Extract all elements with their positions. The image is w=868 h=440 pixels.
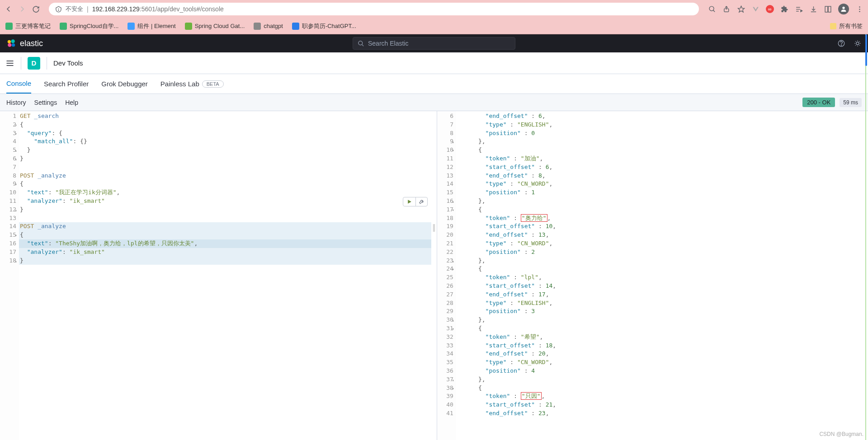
svg-point-23	[841, 45, 841, 45]
bookmark-item[interactable]: chatgpt	[254, 23, 283, 30]
url-separator: |	[87, 5, 89, 13]
newsfeed-icon[interactable]	[854, 39, 862, 47]
bookmark-label: 三更博客笔记	[15, 22, 51, 30]
downloads-icon[interactable]	[809, 5, 817, 13]
request-gutter: 12▾3▾45▴6▴789▾101112▴131415▾161718▴	[0, 111, 19, 440]
bookmark-item[interactable]: 职参简历-ChatGPT...	[292, 22, 356, 30]
bookmarks-bar: 三更博客笔记SpringCloud自学...组件 | ElementSpring…	[0, 18, 868, 34]
search-icon	[358, 40, 364, 47]
bookmark-favicon-icon	[127, 23, 135, 30]
app-badge[interactable]: D	[28, 57, 40, 70]
response-status: 200 - OK	[802, 98, 835, 107]
playlist-icon[interactable]	[795, 5, 803, 13]
bookmark-favicon-icon	[5, 23, 13, 30]
bookmark-favicon-icon	[60, 23, 67, 30]
share-icon[interactable]	[722, 5, 731, 13]
svg-point-14	[859, 9, 860, 10]
browser-right-icons: ∞	[708, 4, 863, 14]
bookmark-item[interactable]: Spring Cloud Gat...	[185, 23, 245, 30]
svg-point-17	[11, 39, 15, 43]
nav-toggle-button[interactable]	[5, 59, 14, 68]
response-viewer[interactable]: 6789▴10▾111213141516▴17▾181920212223▴24▾…	[437, 111, 868, 440]
address-bar[interactable]: 不安全 | 192.168.229.129:5601/app/dev_tools…	[49, 3, 699, 15]
tab-label: Search Profiler	[44, 80, 89, 88]
response-time: 59 ms	[840, 98, 862, 107]
svg-point-12	[842, 7, 844, 9]
divider	[47, 57, 47, 70]
request-options-button[interactable]	[416, 197, 427, 206]
watermark: CSDN @Bugman.	[819, 431, 863, 437]
tab-label: Grok Debugger	[101, 80, 148, 88]
tab-grok-debugger[interactable]: Grok Debugger	[101, 74, 148, 94]
beta-badge: BETA	[202, 80, 224, 88]
editor-splitter[interactable]: ║	[431, 111, 437, 440]
zoom-icon[interactable]	[708, 5, 716, 13]
console-toolbar: HistorySettingsHelp200 - OK59 ms	[0, 94, 868, 111]
sub-header: D Dev Tools	[0, 52, 868, 74]
search-placeholder: Search Elastic	[368, 40, 408, 47]
back-button[interactable]	[5, 5, 13, 13]
divider	[21, 57, 21, 70]
run-request-button[interactable]	[403, 197, 416, 206]
url-text: 192.168.229.129:5601/app/dev_tools#/cons…	[92, 5, 224, 13]
bookmark-star-icon[interactable]	[737, 5, 745, 13]
bookmark-item[interactable]: SpringCloud自学...	[60, 22, 118, 30]
extensions-puzzle-icon[interactable]	[780, 5, 788, 13]
elastic-header: elastic Search Elastic	[0, 34, 868, 52]
svg-line-3	[713, 10, 715, 12]
bookmark-label: chatgpt	[264, 23, 283, 29]
bookmark-label: Spring Cloud Gat...	[195, 23, 245, 29]
all-bookmarks-label: 所有书签	[839, 22, 863, 30]
toolbar-help[interactable]: Help	[65, 99, 78, 106]
bookmark-favicon-icon	[292, 23, 299, 30]
svg-rect-11	[828, 6, 831, 12]
folder-icon	[830, 23, 836, 29]
request-editor[interactable]: 12▾3▾45▴6▴789▾101112▴131415▾161718▴ GET …	[0, 111, 431, 440]
svg-point-1	[58, 10, 59, 10]
reload-button[interactable]	[32, 5, 40, 13]
tab-ui-icon[interactable]	[824, 5, 832, 13]
tab-label: Painless Lab	[160, 80, 199, 88]
svg-point-16	[8, 40, 11, 43]
elastic-logo[interactable]: elastic	[6, 38, 43, 48]
svg-marker-28	[408, 200, 411, 204]
response-gutter: 6789▴10▾111213141516▴17▾181920212223▴24▾…	[437, 111, 456, 440]
svg-point-15	[859, 11, 860, 12]
breadcrumb[interactable]: Dev Tools	[53, 59, 83, 67]
toolbar-history[interactable]: History	[6, 99, 26, 106]
bookmark-item[interactable]: 三更博客笔记	[5, 22, 51, 30]
tab-console[interactable]: Console	[6, 74, 31, 94]
browser-menu-icon[interactable]	[855, 5, 863, 13]
svg-point-19	[12, 43, 15, 47]
bookmark-label: 职参简历-ChatGPT...	[302, 22, 356, 30]
extension-v-icon[interactable]	[751, 5, 760, 13]
tab-search-profiler[interactable]: Search Profiler	[44, 74, 89, 94]
help-icon[interactable]	[837, 39, 845, 47]
request-code[interactable]: GET _search{ "query": { "match_all": {} …	[19, 111, 431, 440]
browser-toolbar: 不安全 | 192.168.229.129:5601/app/dev_tools…	[0, 0, 868, 18]
all-bookmarks-button[interactable]: 所有书签	[830, 22, 863, 30]
tab-painless-lab[interactable]: Painless LabBETA	[160, 74, 224, 94]
splitter-handle-icon: ║	[432, 224, 436, 231]
bookmark-item[interactable]: 组件 | Element	[127, 22, 175, 30]
editor-container: 12▾3▾45▴6▴789▾101112▴131415▾161718▴ GET …	[0, 111, 868, 440]
insecure-icon	[55, 6, 62, 13]
svg-point-18	[8, 43, 11, 47]
page-scrollbar[interactable]	[864, 34, 867, 440]
bookmark-label: 组件 | Element	[137, 22, 175, 30]
bookmark-favicon-icon	[185, 23, 192, 30]
svg-point-20	[359, 41, 363, 45]
profile-avatar-icon[interactable]	[838, 4, 849, 14]
svg-point-24	[856, 42, 859, 45]
svg-marker-5	[738, 6, 744, 12]
request-actions	[403, 197, 428, 206]
svg-point-13	[859, 6, 860, 8]
search-elastic-input[interactable]: Search Elastic	[353, 37, 515, 50]
svg-point-2	[709, 6, 714, 11]
toolbar-settings[interactable]: Settings	[34, 99, 57, 106]
extension-red-icon[interactable]: ∞	[766, 5, 774, 13]
forward-button[interactable]	[18, 5, 26, 13]
svg-rect-10	[825, 6, 828, 12]
devtools-tabs: ConsoleSearch ProfilerGrok DebuggerPainl…	[0, 74, 868, 94]
bookmark-label: SpringCloud自学...	[70, 22, 118, 30]
